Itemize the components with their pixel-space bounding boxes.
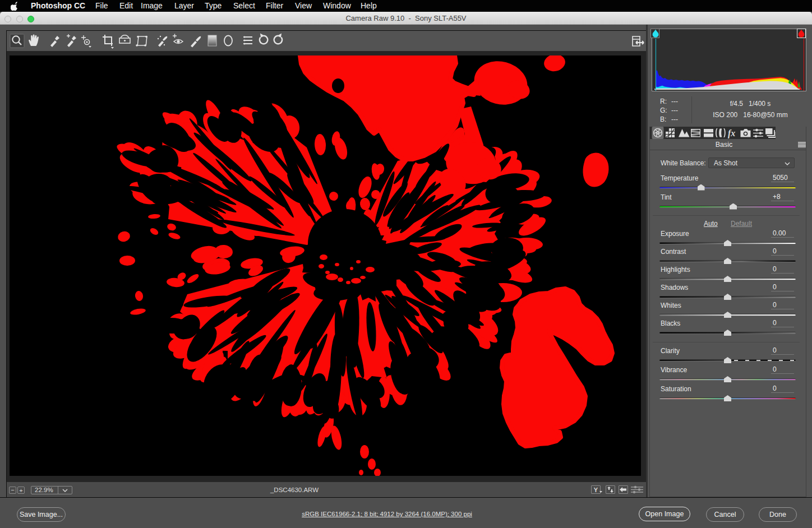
svg-text:fx: fx bbox=[728, 128, 735, 138]
